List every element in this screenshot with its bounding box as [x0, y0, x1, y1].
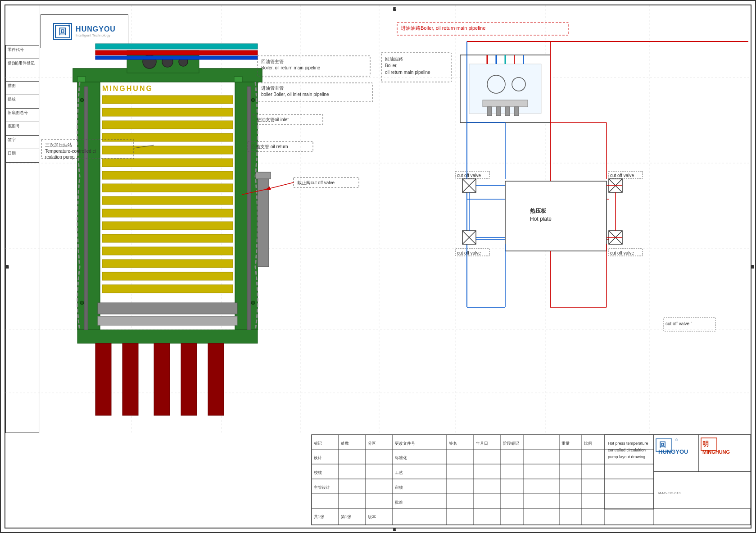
- svg-text:cut off valve: cut off valve: [610, 251, 634, 255]
- svg-rect-40: [98, 303, 237, 314]
- svg-text:Boiler, oil return main pipeli: Boiler, oil return main pipeline: [261, 65, 321, 70]
- svg-text:设计: 设计: [314, 456, 322, 460]
- svg-text:oil return main pipeline: oil return main pipeline: [385, 70, 430, 75]
- svg-text:cut off valve: cut off valve: [457, 251, 481, 255]
- drawing-container: 1 2 3 4 5 6 7 8 1 2 3 4 5 6 7 8 A B C D …: [0, 0, 756, 533]
- svg-text:MAC-FIG.013: MAC-FIG.013: [658, 491, 681, 495]
- svg-rect-51: [95, 50, 258, 55]
- svg-text:回油支管 oil return: 回油支管 oil return: [251, 144, 288, 149]
- svg-line-75: [267, 182, 294, 189]
- svg-rect-17: [122, 343, 138, 415]
- svg-text:更改文件号: 更改文件号: [395, 441, 415, 446]
- svg-text:签名: 签名: [449, 441, 457, 446]
- svg-rect-35: [102, 234, 233, 242]
- svg-text:MINGHUNG: MINGHUNG: [102, 85, 153, 92]
- svg-text:第1张: 第1张: [341, 515, 351, 519]
- svg-text:回: 回: [659, 441, 666, 448]
- svg-rect-19: [181, 343, 197, 415]
- svg-rect-60: [234, 77, 242, 82]
- svg-text:MINGHUNG: MINGHUNG: [702, 449, 730, 455]
- svg-text:标记: 标记: [313, 441, 322, 446]
- svg-text:校核: 校核: [313, 470, 322, 475]
- svg-text:cut off valve: cut off valve: [610, 173, 634, 178]
- svg-text:®: ®: [675, 438, 678, 442]
- svg-rect-59: [77, 77, 86, 82]
- svg-text:重量: 重量: [561, 441, 570, 446]
- svg-text:工艺: 工艺: [395, 470, 403, 475]
- svg-rect-43: [247, 87, 251, 330]
- svg-text:®: ®: [104, 95, 107, 99]
- svg-text:分区: 分区: [368, 441, 376, 446]
- svg-text:pump layout drawing: pump layout drawing: [608, 455, 645, 459]
- svg-text:比例: 比例: [584, 441, 592, 446]
- svg-text:处数: 处数: [341, 441, 349, 446]
- svg-text:进油油路Boiler, oil return main pi: 进油油路Boiler, oil return main pipeline: [401, 25, 485, 31]
- svg-text:进油管主管: 进油管主管: [261, 86, 284, 91]
- svg-rect-42: [84, 87, 88, 330]
- svg-text:cut off valve ': cut off valve ': [665, 321, 692, 326]
- svg-rect-122: [505, 181, 607, 251]
- svg-rect-36: [102, 247, 233, 255]
- svg-point-57: [80, 301, 84, 305]
- svg-rect-32: [102, 196, 233, 205]
- svg-rect-95: [505, 107, 510, 116]
- svg-rect-16: [95, 343, 111, 415]
- svg-rect-37: [102, 260, 233, 268]
- svg-rect-29: [102, 159, 233, 167]
- svg-text:Boiler,: Boiler,: [385, 63, 398, 68]
- svg-text:热压板: 热压板: [530, 208, 547, 214]
- svg-rect-201: [654, 472, 751, 509]
- svg-rect-24: [102, 96, 233, 104]
- svg-rect-45: [256, 172, 271, 179]
- svg-text:controlled circulaltion: controlled circulaltion: [608, 448, 646, 452]
- svg-point-58: [251, 301, 255, 305]
- svg-text:三次加压油站: 三次加压油站: [45, 142, 72, 147]
- svg-rect-39: [102, 285, 233, 293]
- svg-rect-38: [102, 272, 233, 280]
- svg-text:阶段标记: 阶段标记: [503, 441, 519, 446]
- svg-rect-25: [102, 108, 233, 116]
- svg-text:批准: 批准: [395, 500, 403, 505]
- svg-rect-34: [102, 222, 233, 230]
- svg-text:版本: 版本: [368, 515, 376, 519]
- svg-text:回油油路: 回油油路: [385, 56, 403, 61]
- svg-rect-93: [487, 107, 492, 116]
- svg-text:进油支管oil inlet: 进油支管oil inlet: [257, 117, 289, 122]
- svg-rect-33: [102, 209, 233, 217]
- svg-rect-41: [98, 316, 237, 325]
- svg-rect-92: [483, 100, 528, 107]
- svg-text:Temperature-controlled ci: Temperature-controlled ci: [45, 149, 96, 154]
- svg-rect-22: [235, 77, 258, 330]
- svg-point-56: [251, 98, 255, 102]
- svg-point-55: [80, 98, 84, 102]
- svg-text:共1张: 共1张: [314, 515, 324, 519]
- svg-text:标准化: 标准化: [394, 456, 407, 460]
- svg-text:年月日: 年月日: [476, 441, 488, 446]
- svg-rect-21: [77, 77, 100, 330]
- svg-text:Hot press temperature: Hot press temperature: [608, 441, 648, 446]
- svg-text:回油管主管: 回油管主管: [261, 59, 284, 64]
- svg-rect-31: [102, 184, 233, 192]
- svg-rect-30: [102, 171, 233, 179]
- svg-rect-50: [95, 44, 258, 49]
- svg-text:主管设计: 主管设计: [314, 485, 330, 490]
- svg-rect-15: [77, 330, 258, 343]
- svg-text:Hot plate: Hot plate: [530, 216, 552, 222]
- svg-text:cut off valve: cut off valve: [457, 173, 481, 178]
- svg-text:审核: 审核: [395, 485, 403, 490]
- svg-rect-20: [208, 343, 224, 415]
- svg-text:截止阀cut off valve: 截止阀cut off valve: [297, 180, 335, 185]
- svg-rect-26: [102, 121, 233, 129]
- svg-rect-18: [154, 343, 170, 415]
- svg-text:rculation pump: rculation pump: [45, 155, 75, 159]
- svg-rect-27: [102, 133, 233, 141]
- main-svg: MINGHUNG ® 进油油路Boiler, oil return main p…: [1, 1, 756, 533]
- svg-rect-94: [496, 107, 501, 116]
- svg-rect-96: [514, 107, 519, 116]
- svg-text:明: 明: [702, 440, 709, 447]
- svg-rect-28: [102, 146, 233, 154]
- svg-rect-52: [95, 56, 258, 59]
- svg-text:boiler Boiler, oil inlet main : boiler Boiler, oil inlet main pipeline: [261, 92, 329, 97]
